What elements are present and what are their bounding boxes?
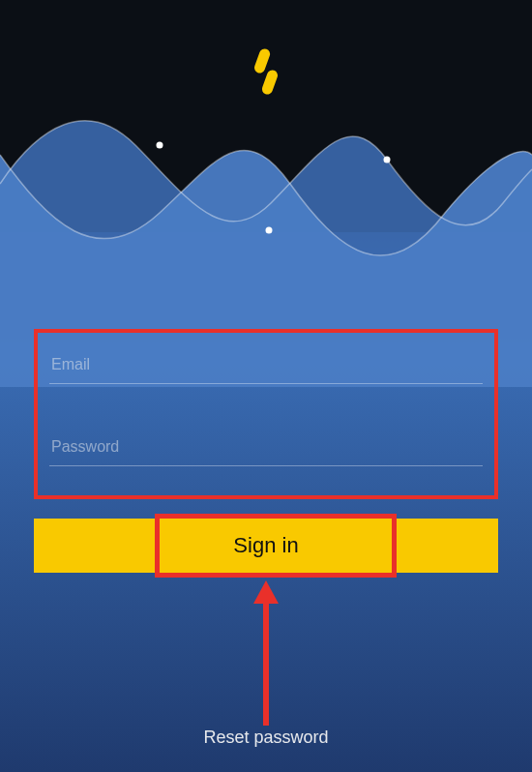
- annotation-form-highlight: [34, 329, 498, 499]
- svg-point-2: [384, 157, 391, 163]
- reset-password-link[interactable]: Reset password: [203, 727, 328, 747]
- svg-rect-3: [252, 47, 271, 74]
- app-logo-icon: [244, 46, 288, 97]
- login-form: [34, 329, 498, 499]
- svg-point-0: [157, 142, 163, 149]
- password-field[interactable]: [49, 432, 483, 466]
- email-field[interactable]: [49, 350, 483, 384]
- svg-point-1: [266, 227, 273, 234]
- annotation-arrow-icon: [251, 580, 281, 729]
- svg-marker-6: [253, 580, 279, 604]
- svg-rect-4: [260, 69, 279, 96]
- signin-button[interactable]: Sign in: [34, 519, 498, 573]
- login-screen: Sign in Reset password: [0, 0, 532, 772]
